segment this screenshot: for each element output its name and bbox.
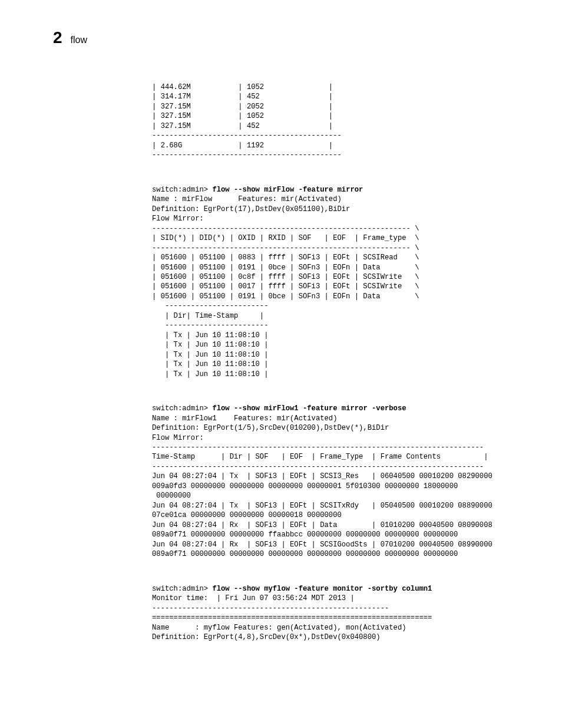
cmd-output: Name : mirFlow1 Features: mir(Activated)… — [152, 414, 492, 559]
cmd-text: flow --show mirFlow1 -feature mirror -ve… — [212, 404, 406, 413]
mirflow1-command-block: switch:admin> flow --show mirFlow1 -feat… — [152, 404, 509, 559]
cmd-text: flow --show mirFlow -feature mirror — [212, 186, 363, 194]
cmd-prompt: switch:admin> — [152, 585, 212, 593]
content-area: | 444.62M | 1052 | | 314.17M | 452 | | 3… — [152, 83, 509, 642]
cmd-prompt: switch:admin> — [152, 186, 212, 194]
myflow-command-block: switch:admin> flow --show myflow -featur… — [152, 584, 509, 643]
cmd-prompt: switch:admin> — [152, 404, 212, 413]
summary-table-block: | 444.62M | 1052 | | 314.17M | 452 | | 3… — [152, 83, 509, 160]
page: 2 flow | 444.62M | 1052 | | 314.17M | 45… — [0, 0, 562, 677]
page-header: 2 flow — [53, 28, 509, 47]
cmd-output: Name : mirFlow Features: mir(Activated) … — [152, 195, 419, 378]
chapter-title: flow — [71, 35, 87, 45]
cmd-output: Monitor time: | Fri Jun 07 03:56:24 MDT … — [152, 594, 432, 641]
chapter-number: 2 — [53, 28, 62, 47]
mirflow-command-block: switch:admin> flow --show mirFlow -featu… — [152, 185, 509, 379]
cmd-text: flow --show myflow -feature monitor -sor… — [212, 585, 432, 593]
